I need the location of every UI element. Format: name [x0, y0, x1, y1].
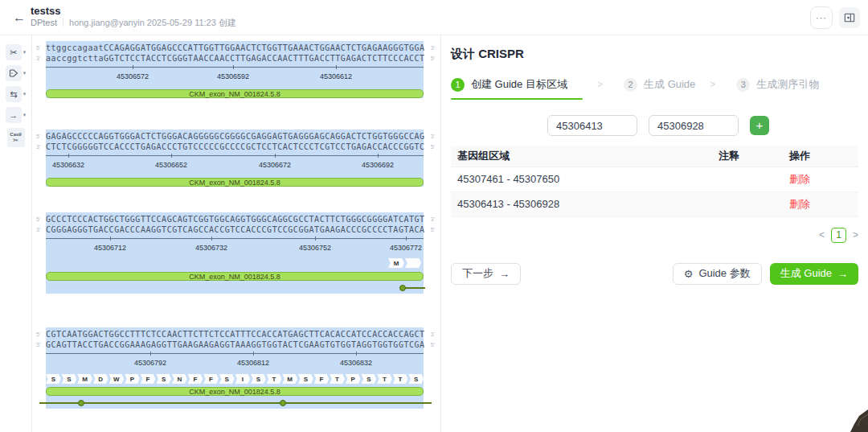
amino-acid-badge: S [408, 374, 424, 384]
ellipsis-icon: ··· [816, 13, 827, 23]
arrow-right-icon: → [6, 107, 22, 123]
pagination: < 1 > [451, 228, 858, 243]
table-row: 45307461 - 45307650删除 [451, 167, 858, 191]
swap-arrows-icon: ⇆ [6, 86, 22, 102]
ruler-tick [315, 237, 316, 241]
exon-annotation-bar[interactable]: CKM_exon_NM_001824.5.8 [46, 178, 424, 187]
add-region-button[interactable]: + [750, 116, 769, 135]
swap-arrows-tool-button[interactable]: ⇆▾ [6, 86, 27, 102]
wizard-step-1[interactable]: 1创建 Guide 目标区域 [451, 77, 583, 100]
delete-region-link[interactable]: 删除 [789, 198, 810, 210]
amino-acid-badge: F [203, 374, 219, 384]
note-cell [712, 167, 783, 191]
amino-acid-badge: S [251, 374, 266, 384]
chevron-right-icon: > [597, 79, 603, 90]
coordinate-ruler: 45306632453066524530667245306692 [46, 155, 424, 175]
region-end-input[interactable] [649, 115, 739, 136]
orf-dot [399, 285, 406, 291]
top-strand: 5'ttggccagaatCCAGAGGATGGAGCCCATTGGTTGGAA… [46, 41, 424, 51]
toggle-panel-button[interactable] [839, 7, 860, 28]
tag-icon [6, 65, 22, 81]
amino-acid-badge: T [377, 374, 392, 384]
exon-annotation-bar[interactable]: CKM_exon_NM_001824.5.8 [46, 89, 424, 98]
ruler-tick-label: 45306832 [340, 359, 372, 367]
back-button[interactable]: ← [10, 8, 29, 27]
amino-acid-badge: T [393, 374, 408, 384]
tag-tool-button[interactable]: ▾ [6, 65, 27, 81]
amino-acid-badge: T [330, 374, 345, 384]
strand-end-label: 5' [431, 53, 435, 64]
exon-annotation-bar[interactable]: CKM_exon_NM_001824.5.8 [46, 272, 424, 281]
chevron-down-icon: ▾ [23, 49, 27, 56]
step-label: 生成 Guide [644, 77, 695, 92]
amino-acid-badge: M [388, 258, 404, 268]
coordinate-ruler: 453065724530659245306612 [46, 67, 424, 86]
region-cell: 45306413 - 45306928 [451, 191, 712, 216]
ruler-line [46, 155, 424, 156]
page-title: testss [31, 5, 236, 17]
ruler-tick-label: 45306792 [134, 359, 166, 367]
panel-toggle-icon [844, 12, 855, 23]
ruler-tick [68, 154, 69, 158]
amino-acid-badge: I [235, 374, 251, 384]
amino-acid-badge: F [141, 374, 156, 384]
arrow-right-tool-button[interactable]: →▾ [6, 107, 27, 123]
step-number-badge: 1 [451, 78, 465, 92]
orf-track [46, 397, 424, 409]
exon-annotation-bar[interactable]: CKM_exon_NM_001824.5.8 [46, 387, 424, 396]
next-step-button[interactable]: 下一步 → [451, 263, 521, 285]
ruler-tick-label: 45306632 [52, 161, 84, 169]
arrow-right-icon: → [499, 268, 510, 280]
ruler-tick-label: 45306612 [320, 72, 352, 80]
amino-acid-badge: S [219, 374, 235, 384]
strand-end-label: 5' [431, 339, 435, 350]
guide-params-button[interactable]: ⚙ Guide 参数 [673, 263, 762, 285]
bottom-strand: 3'GCAGTTACCTGACCGGAAAGAGGTTGAAGAAGAGGTAA… [46, 338, 424, 348]
region-table: 基因组区域注释操作 45307461 - 45307650删除45306413 … [451, 146, 858, 217]
more-actions-button[interactable]: ··· [810, 6, 833, 29]
cas9-tool-button[interactable]: Cas9✂ [7, 128, 25, 147]
ruler-tick [275, 154, 276, 158]
note-cell [712, 191, 783, 216]
corner-decoration [847, 406, 868, 432]
generate-guide-button[interactable]: 生成 Guide → [770, 263, 858, 285]
bottom-strand: 3'aaccggtcttaGGTCTCCTACCTCGGGTAACCAACCTT… [46, 51, 424, 62]
wizard-step-3[interactable]: 3生成测序引物 [736, 77, 819, 100]
amino-acid-badge: S [46, 374, 61, 384]
page-subtitle: DPtest hong.jiang@yanyin 2025-05-29 11:2… [31, 17, 236, 28]
header-titles: testss DPtest hong.jiang@yanyin 2025-05-… [31, 5, 236, 28]
top-strand: 5'CGTCAATGGACTGGCCTTTCTCCAACTTCTTCTCCATT… [46, 327, 424, 338]
page-number[interactable]: 1 [831, 228, 846, 243]
ruler-line [46, 67, 424, 68]
strand-end-label: 5' [36, 131, 40, 142]
amino-acid-badge: P [346, 374, 361, 384]
back-arrow-icon: ← [13, 10, 26, 24]
scissors-tool-button[interactable]: ✂▾ [6, 44, 27, 60]
crispr-design-panel: 设计 CRISPR 1创建 Guide 目标区域>2生成 Guide>3生成测序… [440, 35, 868, 432]
step-number-badge: 2 [624, 78, 637, 92]
ruler-tick-label: 45306772 [390, 244, 422, 252]
delete-region-link[interactable]: 删除 [789, 173, 810, 185]
created-meta: hong.jiang@yanyin 2025-05-29 11:23 创建 [69, 17, 236, 28]
amino-acid-badge: M [282, 374, 297, 384]
strand-end-label: 3' [431, 329, 435, 339]
strand-end-label: 5' [36, 43, 40, 53]
step-label: 创建 Guide 目标区域 [471, 77, 567, 92]
next-page-button[interactable]: > [853, 229, 858, 241]
gear-icon: ⚙ [684, 268, 694, 280]
prev-page-button[interactable]: < [819, 229, 825, 241]
amino-acid-badge: S [62, 374, 77, 384]
table-column-header: 基因组区域 [451, 146, 712, 167]
amino-acid-badge: N [172, 374, 187, 384]
region-start-input[interactable] [547, 115, 637, 136]
coordinate-ruler: 45306712453067324530675245306772 [46, 238, 424, 257]
strand-end-label: 3' [36, 224, 40, 235]
orf-track [46, 282, 424, 294]
amino-acid-badge: S [362, 374, 377, 384]
strand-end-label: 3' [36, 53, 40, 64]
strand-end-label: 3' [431, 131, 435, 142]
orf-line [39, 402, 432, 404]
ruler-tick [150, 352, 151, 356]
sequence-block: 5'ttggccagaatCCAGAGGATGGAGCCCATTGGTTGGAA… [46, 41, 424, 98]
wizard-step-2[interactable]: 2生成 Guide [624, 77, 695, 100]
